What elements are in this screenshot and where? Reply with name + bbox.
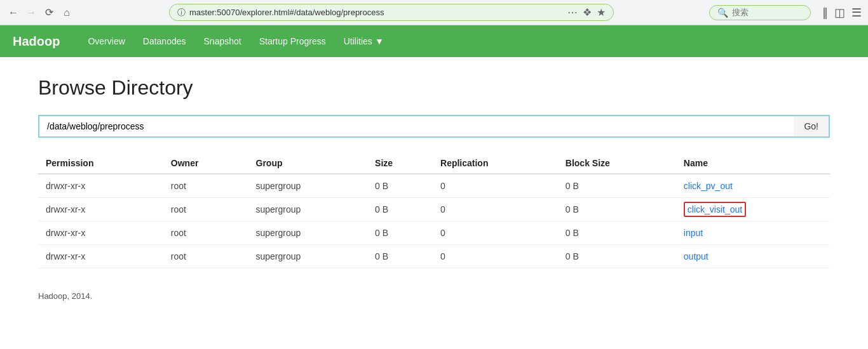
nav-utilities-dropdown[interactable]: Utilities ▼ bbox=[335, 32, 393, 50]
dir-link-input[interactable]: input bbox=[684, 228, 703, 238]
table-header: Permission Owner Group Size Replication … bbox=[38, 153, 830, 174]
address-input[interactable] bbox=[189, 8, 564, 17]
cell-permission-2: drwxr-xr-x bbox=[38, 221, 163, 245]
cell-block_size-0: 0 B bbox=[558, 174, 676, 198]
navbar-brand: Hadoop bbox=[13, 34, 60, 49]
col-permission: Permission bbox=[38, 153, 163, 174]
reload-button[interactable]: ⟳ bbox=[42, 6, 56, 20]
cell-replication-1: 0 bbox=[433, 198, 558, 221]
cell-group-3: supergroup bbox=[248, 245, 368, 268]
cell-group-1: supergroup bbox=[248, 198, 368, 221]
more-options-icon[interactable]: ⋯ bbox=[567, 6, 578, 18]
browser-chrome: ← → ⟳ ⌂ ⓘ ⋯ ❖ ★ 🔍 ‖ ◫ ☰ bbox=[0, 0, 868, 25]
forward-button[interactable]: → bbox=[24, 6, 38, 20]
cell-replication-0: 0 bbox=[433, 174, 558, 198]
cell-block_size-3: 0 B bbox=[558, 245, 676, 268]
search-input[interactable] bbox=[732, 8, 796, 17]
browser-toolbar-right: ‖ ◫ ☰ bbox=[822, 6, 862, 20]
nav-startup-progress[interactable]: Startup Progress bbox=[250, 32, 335, 50]
cell-owner-0: root bbox=[163, 174, 248, 198]
col-size: Size bbox=[367, 153, 433, 174]
nav-datanodes[interactable]: Datanodes bbox=[134, 32, 195, 50]
cell-owner-3: root bbox=[163, 245, 248, 268]
search-bar-container: 🔍 bbox=[709, 5, 811, 20]
cell-group-2: supergroup bbox=[248, 221, 368, 245]
pocket-icon[interactable]: ❖ bbox=[583, 6, 592, 18]
security-icon: ⓘ bbox=[177, 7, 186, 18]
cell-name-0: click_pv_out bbox=[676, 174, 830, 198]
cell-size-0: 0 B bbox=[367, 174, 433, 198]
home-button[interactable]: ⌂ bbox=[60, 6, 74, 20]
cell-block_size-1: 0 B bbox=[558, 198, 676, 221]
cell-owner-2: root bbox=[163, 221, 248, 245]
nav-overview[interactable]: Overview bbox=[79, 32, 133, 50]
table-row: drwxr-xr-xrootsupergroup0 B00 Bclick_vis… bbox=[38, 198, 830, 221]
navbar: Hadoop Overview Datanodes Snapshot Start… bbox=[0, 25, 868, 57]
cell-size-3: 0 B bbox=[367, 245, 433, 268]
go-button[interactable]: Go! bbox=[794, 115, 830, 138]
path-row: Go! bbox=[38, 115, 830, 138]
cell-permission-3: drwxr-xr-x bbox=[38, 245, 163, 268]
cell-permission-0: drwxr-xr-x bbox=[38, 174, 163, 198]
library-icon[interactable]: ‖ bbox=[822, 6, 828, 20]
cell-owner-1: root bbox=[163, 198, 248, 221]
col-group: Group bbox=[248, 153, 368, 174]
cell-permission-1: drwxr-xr-x bbox=[38, 198, 163, 221]
dir-link-output[interactable]: output bbox=[684, 251, 709, 261]
col-replication: Replication bbox=[433, 153, 558, 174]
table-row: drwxr-xr-xrootsupergroup0 B00 Bclick_pv_… bbox=[38, 174, 830, 198]
table-row: drwxr-xr-xrootsupergroup0 B00 Binput bbox=[38, 221, 830, 245]
dropdown-chevron-icon: ▼ bbox=[375, 36, 384, 46]
nav-snapshot[interactable]: Snapshot bbox=[195, 32, 250, 50]
cell-name-1: click_visit_out bbox=[676, 198, 830, 221]
cell-name-2: input bbox=[676, 221, 830, 245]
table-row: drwxr-xr-xrootsupergroup0 B00 Boutput bbox=[38, 245, 830, 268]
main-content: Browse Directory Go! Permission Owner Gr… bbox=[0, 57, 868, 281]
cell-replication-2: 0 bbox=[433, 221, 558, 245]
cell-block_size-2: 0 B bbox=[558, 221, 676, 245]
menu-icon[interactable]: ☰ bbox=[851, 6, 862, 20]
search-icon: 🔍 bbox=[717, 8, 728, 18]
cell-replication-3: 0 bbox=[433, 245, 558, 268]
address-bar-container: ⓘ ⋯ ❖ ★ bbox=[169, 4, 614, 21]
dir-link-click_visit_out[interactable]: click_visit_out bbox=[684, 202, 746, 217]
path-input[interactable] bbox=[38, 115, 794, 138]
bookmark-icon[interactable]: ★ bbox=[597, 6, 606, 18]
footer-text: Hadoop, 2014. bbox=[38, 291, 92, 301]
cell-size-1: 0 B bbox=[367, 198, 433, 221]
browser-nav-buttons: ← → ⟳ ⌂ bbox=[6, 6, 74, 20]
directory-table: Permission Owner Group Size Replication … bbox=[38, 153, 830, 268]
col-owner: Owner bbox=[163, 153, 248, 174]
col-name: Name bbox=[676, 153, 830, 174]
cell-group-0: supergroup bbox=[248, 174, 368, 198]
col-block-size: Block Size bbox=[558, 153, 676, 174]
dir-link-click_pv_out[interactable]: click_pv_out bbox=[684, 181, 733, 191]
page-title: Browse Directory bbox=[38, 76, 830, 100]
cell-name-3: output bbox=[676, 245, 830, 268]
footer: Hadoop, 2014. bbox=[0, 281, 868, 311]
sidebar-icon[interactable]: ◫ bbox=[834, 6, 845, 20]
back-button[interactable]: ← bbox=[6, 6, 20, 20]
address-actions: ⋯ ❖ ★ bbox=[567, 6, 606, 18]
table-body: drwxr-xr-xrootsupergroup0 B00 Bclick_pv_… bbox=[38, 174, 830, 268]
cell-size-2: 0 B bbox=[367, 221, 433, 245]
